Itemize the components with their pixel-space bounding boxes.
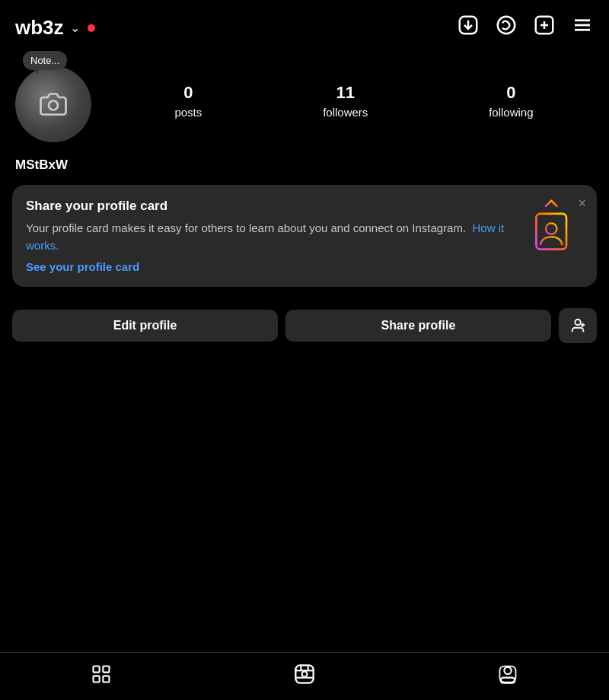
profile-section: Note... 0 posts 11 followers 0 following (0, 51, 609, 154)
profile-card-promo: Share your profile card Your profile car… (12, 185, 597, 287)
add-person-button[interactable] (559, 308, 597, 343)
download-icon[interactable] (457, 14, 480, 42)
nav-grid-icon[interactable] (91, 663, 112, 685)
share-profile-button[interactable]: Share profile (285, 310, 551, 342)
following-label: following (489, 106, 533, 119)
stat-posts[interactable]: 0 posts (174, 83, 202, 119)
svg-point-3 (507, 21, 509, 24)
action-buttons: Edit profile Share profile (0, 302, 609, 358)
svg-point-12 (546, 223, 556, 234)
username[interactable]: wb3z (15, 16, 64, 40)
svg-point-14 (575, 320, 580, 325)
edit-profile-button[interactable]: Edit profile (12, 310, 278, 342)
add-person-icon (569, 317, 586, 334)
svg-rect-18 (104, 667, 110, 673)
svg-rect-17 (94, 667, 100, 673)
svg-point-10 (49, 101, 58, 110)
note-bubble[interactable]: Note... (23, 51, 67, 70)
nav-reels-icon[interactable] (294, 663, 315, 685)
menu-icon[interactable] (571, 14, 594, 42)
svg-point-2 (498, 17, 515, 34)
promo-icon-container (522, 199, 583, 253)
following-count: 0 (506, 83, 515, 103)
followers-label: followers (323, 106, 368, 119)
svg-rect-21 (295, 665, 313, 682)
posts-count: 0 (183, 83, 193, 103)
svg-rect-20 (104, 676, 110, 682)
svg-point-22 (301, 672, 307, 677)
avatar-container: Note... (15, 59, 99, 142)
live-indicator (88, 24, 95, 32)
header-icons (457, 14, 594, 42)
camera-icon (40, 91, 67, 118)
bottom-nav (0, 652, 609, 700)
header: wb3z ⌄ (0, 0, 609, 51)
avatar[interactable] (15, 66, 91, 142)
promo-content: Share your profile card Your profile car… (26, 199, 512, 273)
promo-desc-text: Your profile card makes it easy for othe… (26, 221, 466, 234)
svg-rect-19 (94, 676, 100, 682)
stat-followers[interactable]: 11 followers (323, 83, 368, 119)
posts-label: posts (174, 106, 202, 119)
stat-following[interactable]: 0 following (489, 83, 533, 119)
chevron-down-icon[interactable]: ⌄ (70, 21, 80, 35)
promo-title: Share your profile card (26, 199, 512, 214)
promo-description: Your profile card makes it easy for othe… (26, 221, 504, 252)
close-promo-button[interactable]: × (578, 196, 586, 212)
followers-count: 11 (336, 83, 354, 103)
see-profile-card-link[interactable]: See your profile card (26, 260, 512, 273)
profile-card-icon (525, 199, 580, 253)
add-post-icon[interactable] (533, 14, 556, 42)
header-left: wb3z ⌄ (15, 16, 95, 40)
threads-icon[interactable] (495, 14, 518, 42)
nav-profile-icon[interactable] (497, 663, 518, 685)
svg-point-27 (504, 667, 511, 674)
display-name: MStBxW (0, 154, 609, 185)
stats-container: 0 posts 11 followers 0 following (114, 83, 594, 119)
